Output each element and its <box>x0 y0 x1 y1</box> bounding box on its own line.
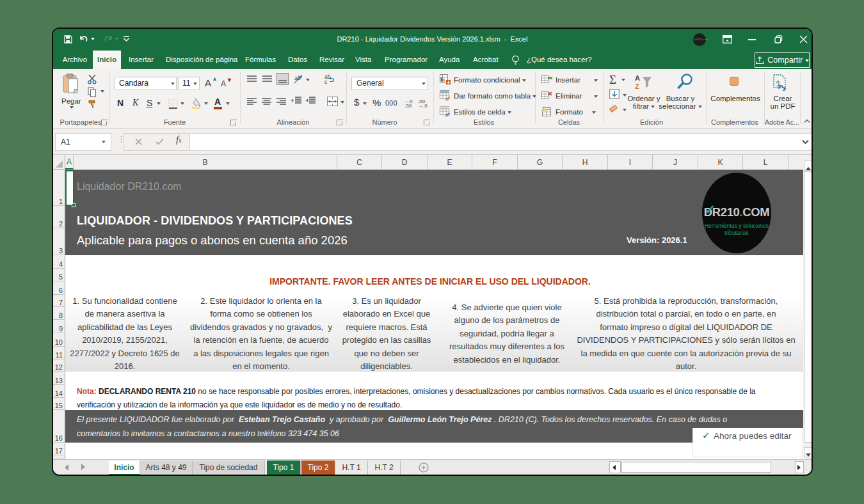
svg-text:Z: Z <box>635 83 639 90</box>
svg-text:ab: ab <box>294 75 301 81</box>
svg-text:,00: ,00 <box>404 103 412 107</box>
svg-text:→,0: →,0 <box>418 103 428 107</box>
svg-text:A: A <box>635 74 640 82</box>
